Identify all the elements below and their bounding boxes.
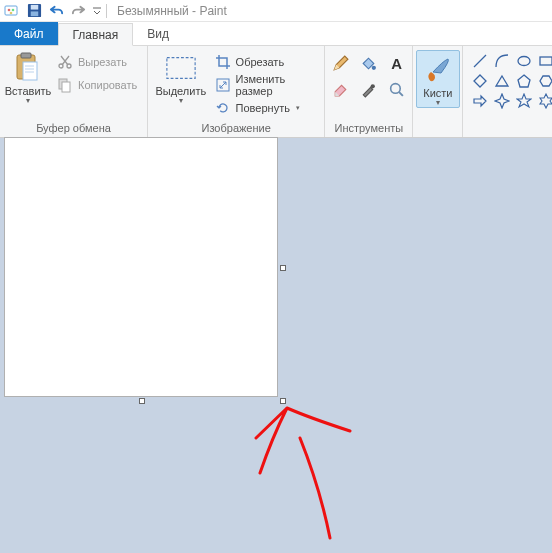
qat-customize-icon[interactable] [92,3,102,19]
annotation-arrow [0,138,552,553]
crop-button[interactable]: Обрезать [212,52,317,72]
svg-point-21 [371,84,375,88]
svg-rect-17 [167,58,195,79]
svg-point-25 [518,57,530,66]
select-button[interactable]: Выделить ▾ [154,50,208,107]
brushes-button[interactable]: Кисти ▾ [416,50,460,108]
svg-point-19 [372,65,376,69]
shape-star6-icon[interactable] [537,92,552,110]
group-label-clipboard: Буфер обмена [6,120,141,137]
brush-icon [422,54,454,86]
svg-marker-30 [540,76,552,86]
rotate-button[interactable]: Повернуть ▾ [212,98,317,118]
svg-text:A: A [392,55,403,71]
quick-access-toolbar [4,3,102,19]
undo-icon[interactable] [48,3,64,19]
fill-tool-icon[interactable] [360,54,378,72]
group-tools: A Инструменты [325,46,413,137]
shape-line-icon[interactable] [471,52,489,70]
svg-point-3 [10,11,13,14]
group-brushes: Кисти ▾ [413,46,463,137]
shape-curve-icon[interactable] [493,52,511,70]
paste-button[interactable]: Вставить ▾ [6,50,50,107]
chevron-down-icon: ▾ [436,98,440,107]
select-icon [165,52,197,84]
pencil-tool-icon[interactable] [332,54,350,72]
chevron-down-icon: ▾ [179,96,183,105]
shape-hexagon-icon[interactable] [537,72,552,90]
svg-line-24 [474,55,486,67]
ribbon-tabs: Файл Главная Вид [0,22,552,46]
svg-rect-26 [540,57,552,65]
tab-file[interactable]: Файл [0,22,58,45]
ribbon: Вставить ▾ Вырезать Копировать Буфер [0,46,552,138]
paint-app-icon [4,3,20,19]
group-label-image: Изображение [154,120,318,137]
shape-triangle-icon[interactable] [493,72,511,90]
resize-icon [215,77,231,93]
svg-marker-28 [496,76,508,86]
svg-marker-33 [517,94,531,107]
redo-icon[interactable] [70,3,86,19]
svg-marker-34 [540,94,552,108]
shape-pentagon-icon[interactable] [515,72,533,90]
group-clipboard: Вставить ▾ Вырезать Копировать Буфер [0,46,148,137]
svg-rect-5 [30,5,38,10]
svg-rect-16 [62,82,70,92]
paste-icon [12,52,44,84]
tab-home[interactable]: Главная [58,23,134,46]
cut-button[interactable]: Вырезать [54,52,140,72]
group-shapes [463,46,552,137]
shape-arrow-right-icon[interactable] [471,92,489,110]
svg-rect-9 [23,62,37,80]
svg-marker-31 [474,96,486,106]
shape-rect-icon[interactable] [537,52,552,70]
svg-point-1 [8,8,11,11]
eraser-tool-icon[interactable] [332,80,350,98]
save-icon[interactable] [26,3,42,19]
shape-polygon-icon[interactable] [471,72,489,90]
rotate-icon [215,100,231,116]
chevron-down-icon: ▾ [26,96,30,105]
color-picker-tool-icon[interactable] [360,80,378,98]
group-image: Выделить ▾ Обрезать Изменить размер [148,46,325,137]
svg-line-23 [400,92,404,96]
resize-button[interactable]: Изменить размер [212,75,317,95]
shape-star5-icon[interactable] [515,92,533,110]
magnifier-tool-icon[interactable] [388,80,406,98]
svg-rect-8 [21,53,31,58]
shape-oval-icon[interactable] [515,52,533,70]
svg-point-2 [12,8,15,11]
tab-view[interactable]: Вид [133,22,183,45]
svg-marker-32 [495,94,509,108]
scissors-icon [57,54,73,70]
chevron-down-icon: ▾ [296,104,300,112]
window-title: Безымянный - Paint [117,4,227,18]
title-bar: Безымянный - Paint [0,0,552,22]
svg-rect-6 [30,11,38,16]
separator [106,4,107,18]
svg-point-22 [391,83,401,93]
group-label-tools: Инструменты [331,120,406,137]
svg-marker-29 [518,75,530,87]
text-tool-icon[interactable]: A [388,54,406,72]
copy-button[interactable]: Копировать [54,75,140,95]
canvas-workspace[interactable] [0,138,552,553]
copy-icon [57,77,73,93]
crop-icon [215,54,231,70]
svg-marker-27 [474,75,486,87]
shape-star4-icon[interactable] [493,92,511,110]
